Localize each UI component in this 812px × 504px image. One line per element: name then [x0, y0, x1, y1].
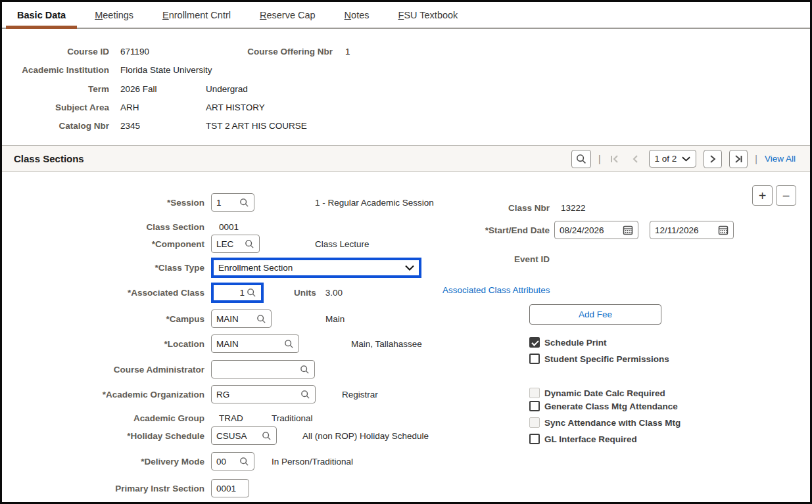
view-all-link[interactable]: View All [765, 154, 796, 164]
tab-basic-data[interactable]: Basic Data [6, 2, 77, 28]
holiday-schedule-input[interactable] [216, 431, 259, 441]
course-administrator-row: Course Administrator [2, 359, 315, 379]
subject-area-label: Subject Area [2, 103, 109, 112]
pagination-divider: | [755, 154, 757, 164]
gl-interface-required-label: GL Interface Required [544, 434, 637, 444]
tab-label: FSU Textbook [398, 10, 458, 20]
page-select-value: 1 of 2 [655, 154, 677, 164]
course-id-row: Course ID 671190 Course Offering Nbr 1 [2, 44, 350, 58]
units-label: Units [294, 288, 316, 298]
dynamic-date-calc-label: Dynamic Date Calc Required [544, 388, 665, 398]
last-page-button[interactable] [729, 150, 748, 168]
academic-organization-input[interactable] [216, 390, 298, 400]
lookup-icon[interactable] [239, 198, 249, 208]
lookup-icon[interactable] [247, 288, 256, 298]
previous-page-icon[interactable] [629, 154, 642, 164]
associated-class-label: *Associated Class [2, 288, 204, 298]
campus-label: *Campus [2, 314, 204, 324]
academic-organization-row: *Academic Organization Registrar [2, 384, 378, 404]
end-date-input[interactable] [655, 225, 715, 235]
tab-notes[interactable]: Notes [333, 2, 381, 28]
start-date-field [554, 221, 638, 239]
chevron-right-icon [709, 154, 716, 164]
pagination-divider: | [598, 154, 601, 164]
delete-row-button[interactable]: − [776, 185, 796, 206]
pagination-controls: | 1 of 2 | [571, 146, 796, 172]
academic-organization-field [211, 385, 316, 403]
lookup-icon[interactable] [284, 339, 294, 349]
term-value: 2026 Fall [120, 84, 206, 94]
calendar-icon[interactable] [623, 225, 633, 235]
class-type-value: Enrollment Section [218, 263, 405, 273]
academic-group-label: Academic Group [2, 413, 204, 423]
holiday-schedule-row: *Holiday Schedule All (non ROP) Holiday … [2, 426, 429, 446]
add-fee-button[interactable]: Add Fee [529, 304, 661, 325]
schedule-print-checkbox[interactable] [529, 337, 540, 348]
class-type-row: *Class Type Enrollment Section [2, 258, 421, 278]
catalog-nbr-row: Catalog Nbr 2345 TST 2 ART HIS COURSE [2, 118, 307, 133]
primary-instr-section-label: Primary Instr Section [2, 484, 204, 493]
start-end-date-label: *Start/End Date [410, 225, 550, 235]
course-id-label: Course ID [2, 47, 109, 57]
dynamic-date-calc-row: Dynamic Date Calc Required [529, 386, 665, 400]
student-specific-permissions-checkbox[interactable] [529, 354, 540, 364]
career-value: Undergrad [206, 84, 248, 94]
lookup-icon[interactable] [300, 390, 310, 400]
generate-class-mtg-attendance-row: Generate Class Mtg Attendance [529, 400, 678, 413]
academic-institution-label: Academic Institution [2, 65, 109, 75]
lookup-icon[interactable] [300, 365, 310, 375]
associated-class-input[interactable] [218, 288, 245, 298]
tab-label: Reserve Cap [260, 10, 316, 20]
student-specific-permissions-row: Student Specific Permissions [529, 352, 669, 365]
component-input[interactable] [216, 239, 242, 249]
location-row: *Location Main, Tallahassee [2, 334, 422, 354]
find-button[interactable] [571, 150, 591, 168]
lookup-icon[interactable] [256, 314, 266, 324]
associated-class-highlight [211, 283, 264, 303]
tab-reserve-cap[interactable]: Reserve Cap [249, 2, 327, 28]
location-label: *Location [2, 339, 204, 349]
delivery-mode-label: *Delivery Mode [2, 457, 204, 467]
next-page-button[interactable] [704, 150, 722, 168]
generate-class-mtg-attendance-checkbox[interactable] [529, 401, 540, 411]
class-sections-header: Class Sections | 1 of 2 [2, 145, 810, 172]
start-end-date-row: *Start/End Date [410, 220, 734, 240]
campus-input[interactable] [216, 314, 254, 324]
course-administrator-field [211, 360, 315, 378]
location-field [211, 334, 299, 353]
component-row: *Component Class Lecture [2, 234, 370, 254]
delivery-mode-row: *Delivery Mode In Person/Traditional [2, 451, 353, 471]
delivery-mode-field [211, 452, 254, 470]
session-input[interactable] [216, 198, 237, 208]
tab-fsu-textbook[interactable]: FSU Textbook [387, 2, 469, 28]
page-select[interactable]: 1 of 2 [649, 150, 697, 168]
lookup-icon[interactable] [245, 239, 254, 249]
gl-interface-required-checkbox[interactable] [529, 434, 540, 444]
lookup-icon[interactable] [262, 431, 272, 441]
catalog-nbr-descr: TST 2 ART HIS COURSE [206, 121, 307, 131]
academic-organization-label: *Academic Organization [2, 390, 204, 400]
start-date-input[interactable] [560, 225, 620, 235]
class-section-row: Class Section 0001 [2, 219, 239, 235]
delivery-mode-input[interactable] [216, 457, 237, 467]
student-specific-permissions-label: Student Specific Permissions [544, 354, 669, 364]
add-row-button[interactable]: + [752, 185, 773, 206]
class-nbr-label: Class Nbr [410, 203, 550, 213]
associated-class-attributes-link[interactable]: Associated Class Attributes [442, 285, 550, 295]
chevron-bar-right-icon [734, 154, 743, 164]
academic-group-descr: Traditional [272, 413, 313, 423]
location-input[interactable] [216, 339, 281, 349]
lookup-icon[interactable] [239, 457, 249, 467]
dynamic-date-calc-checkbox [529, 388, 540, 398]
tab-enrollment-cntrl[interactable]: Enrollment Cntrl [151, 2, 242, 28]
first-page-icon[interactable] [608, 154, 621, 164]
class-type-select[interactable]: Enrollment Section [214, 260, 419, 275]
units-value: 3.00 [325, 288, 343, 298]
primary-instr-section-input[interactable] [216, 484, 244, 493]
chevron-down-icon [682, 156, 690, 162]
term-row: Term 2026 Fall Undergrad [2, 81, 248, 96]
primary-instr-section-field [211, 479, 249, 497]
calendar-icon[interactable] [718, 225, 728, 235]
course-administrator-input[interactable] [216, 365, 297, 375]
tab-meetings[interactable]: Meetings [84, 2, 145, 28]
